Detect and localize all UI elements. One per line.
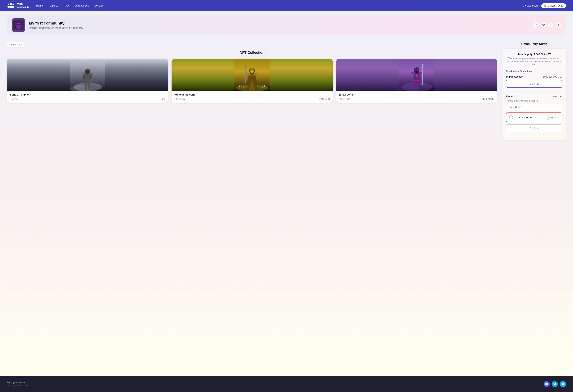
svg-rect-38 xyxy=(254,73,258,75)
community-avatar xyxy=(12,18,25,32)
svg-point-31 xyxy=(243,87,244,88)
wallet-status-dot xyxy=(544,4,546,7)
opensea-icon[interactable] xyxy=(534,22,539,28)
footer-made-by: Made by ATOMIC-LAB.IO xyxy=(7,384,31,387)
footer-discord-icon[interactable] xyxy=(544,381,550,387)
nft-card-1-meta: 2 minted Free xyxy=(10,98,165,100)
svg-rect-24 xyxy=(85,84,87,90)
svg-rect-9 xyxy=(16,25,17,28)
worldid-left: I'm a unique person xyxy=(509,115,537,119)
nav-logo[interactable]: WEB3Community xyxy=(7,3,29,9)
nft-collection-title: NFT Collection xyxy=(7,51,497,55)
breadcrumb-current: Art xyxy=(19,43,22,46)
svg-rect-59 xyxy=(421,70,424,70)
nft-card-1-name: Serie 2 - public xyxy=(10,93,165,96)
nft-card-1-price: Free xyxy=(161,98,165,100)
svg-point-55 xyxy=(415,70,418,73)
nft-card-3-name: Email serie xyxy=(339,93,494,96)
campaign-event-amount: 0 / 999 MST xyxy=(550,95,562,98)
svg-point-34 xyxy=(262,87,263,88)
total-supply-value: 1 000 000 MST xyxy=(534,53,551,56)
nav-features[interactable]: Features xyxy=(49,4,58,7)
total-supply-label: Total Supply: xyxy=(518,53,533,56)
breadcrumb-home[interactable]: Home xyxy=(10,43,16,46)
worldid-button[interactable]: I'm a unique person xyxy=(506,112,562,122)
footer-telegram-icon[interactable] xyxy=(560,381,566,387)
left-section: Home / Art NFT Collection xyxy=(7,42,502,373)
nft-card-3-meta: 0/100 minted 0.9900 MATIC xyxy=(339,98,494,100)
nav-faq[interactable]: FAQ xyxy=(64,4,69,7)
svg-rect-22 xyxy=(86,70,90,71)
right-section: Community Token Total Supply: 1 000 000 … xyxy=(502,42,566,373)
svg-point-2 xyxy=(13,4,14,5)
footer-twitter-icon[interactable] xyxy=(552,381,558,387)
svg-point-70 xyxy=(550,117,550,118)
logo-text: WEB3Community xyxy=(17,3,29,9)
nft-image-3 xyxy=(336,59,497,90)
dashboard-link[interactable]: My Dashboard xyxy=(522,4,538,7)
token-description: There are many variations of passages of… xyxy=(506,57,562,66)
nft-card-1[interactable]: Serie 2 - public 2 minted Free xyxy=(7,59,168,103)
svg-rect-61 xyxy=(419,72,422,74)
svg-point-35 xyxy=(264,85,265,87)
distribution-title: Distribution Campaigns xyxy=(506,70,562,72)
community-title: My first community xyxy=(29,21,530,26)
svg-rect-8 xyxy=(17,25,20,29)
nft-card-3[interactable]: Email serie 0/100 minted 0.9900 MATIC xyxy=(336,59,497,103)
nav-links: Home Features FAQ Communities Contact xyxy=(36,4,516,7)
campaign-public-name: Public Access xyxy=(506,75,522,78)
nft-grid: Serie 2 - public 2 minted Free xyxy=(7,59,497,103)
svg-point-66 xyxy=(548,117,549,118)
wallet-address: 0x7Ebb····362C xyxy=(548,4,563,7)
svg-rect-25 xyxy=(88,84,90,90)
main-content: Home / Art NFT Collection xyxy=(0,39,573,376)
claim-button-public[interactable]: CLAIM xyxy=(506,80,562,88)
worldid-brand: WORLD ID xyxy=(546,115,559,120)
svg-point-57 xyxy=(417,70,418,71)
nft-card-3-minted: 0/100 minted xyxy=(339,98,351,100)
community-desc: My first community My first community My… xyxy=(29,27,530,29)
svg-point-41 xyxy=(250,70,254,73)
community-token-title: Community Token xyxy=(502,42,566,46)
nav-right: My Dashboard 0x7Ebb····362C xyxy=(522,3,566,8)
nft-card-2-minted: 0/99 minted xyxy=(174,98,185,100)
svg-rect-58 xyxy=(422,64,422,85)
facebook-icon[interactable] xyxy=(556,22,561,28)
svg-point-56 xyxy=(415,70,416,71)
svg-point-68 xyxy=(548,119,548,120)
nft-card-1-minted: 2 minted xyxy=(10,98,18,100)
worldid-brand-text: WORLD ID xyxy=(551,117,559,118)
campaign-public-header: Public Access 500 / 100 000 MST xyxy=(506,75,562,78)
svg-point-69 xyxy=(546,117,546,118)
nft-image-2 xyxy=(172,59,333,90)
nav-contact[interactable]: Contact xyxy=(94,4,103,7)
worldid-logo-icon xyxy=(546,115,551,120)
nft-card-2-name: Whitelisted serie xyxy=(174,93,330,96)
community-header: My first community My first community My… xyxy=(7,15,566,35)
twitter-icon[interactable] xyxy=(541,22,546,28)
campaign-public: Public Access 500 / 100 000 MST CLAIM xyxy=(506,75,562,88)
nav-home[interactable]: Home xyxy=(36,4,43,7)
community-info: My first community My first community My… xyxy=(29,21,530,29)
community-socials xyxy=(534,22,561,28)
token-card: Total Supply: 1 000 000 MST There are ma… xyxy=(502,49,566,140)
svg-point-5 xyxy=(12,6,15,8)
telegram-icon[interactable] xyxy=(548,22,554,28)
claim-button-event[interactable]: CLAIM xyxy=(506,125,562,132)
svg-rect-23 xyxy=(91,68,91,84)
campaign-public-amount: 500 / 100 000 MST xyxy=(543,75,562,78)
nft-card-2-meta: 0/99 minted 1.00 MATIC xyxy=(174,98,330,100)
nft-card-2[interactable]: Whitelisted serie 0/99 minted 1.00 MATIC xyxy=(172,59,333,103)
event-code-input[interactable] xyxy=(506,104,562,110)
breadcrumb: Home / Art xyxy=(7,42,24,47)
svg-point-1 xyxy=(10,3,12,5)
campaign-event-header: Event 0 / 999 MST xyxy=(506,95,562,98)
footer: © All rights reserved Made by ATOMIC-LAB… xyxy=(0,376,573,392)
nav-communities[interactable]: Communities xyxy=(74,4,89,7)
wallet-badge[interactable]: 0x7Ebb····362C xyxy=(541,3,566,8)
footer-left: © All rights reserved Made by ATOMIC-LAB… xyxy=(7,381,31,387)
svg-rect-26 xyxy=(82,73,86,75)
campaign-event: Event 0 / 999 MST Provide 6-digits code … xyxy=(506,95,562,132)
footer-socials xyxy=(544,381,566,387)
total-supply: Total Supply: 1 000 000 MST xyxy=(506,53,562,56)
